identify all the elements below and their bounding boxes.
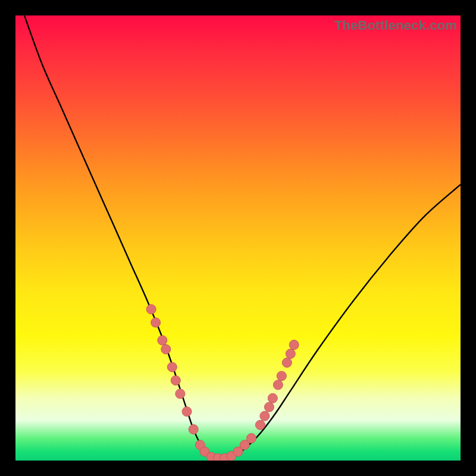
- data-point: [182, 407, 192, 416]
- data-point: [268, 393, 277, 403]
- data-point: [260, 411, 270, 421]
- data-point: [161, 345, 171, 354]
- data-point: [264, 402, 274, 412]
- data-point: [273, 380, 283, 390]
- data-point: [277, 371, 286, 381]
- data-point: [151, 318, 161, 327]
- data-point: [282, 358, 292, 367]
- data-point: [167, 362, 177, 372]
- chart-frame: TheBottleneck.com: [0, 0, 476, 476]
- dots-group: [146, 305, 299, 461]
- data-point: [158, 336, 167, 345]
- data-point: [289, 340, 299, 350]
- data-point: [146, 305, 156, 314]
- bottleneck-curve: [24, 15, 461, 459]
- data-point: [189, 425, 198, 434]
- plot-area: TheBottleneck.com: [15, 15, 461, 461]
- curve-svg: [15, 15, 461, 461]
- data-point: [171, 375, 180, 385]
- data-point: [286, 349, 295, 359]
- data-point: [246, 434, 256, 443]
- data-point: [176, 389, 185, 399]
- data-point: [255, 420, 265, 430]
